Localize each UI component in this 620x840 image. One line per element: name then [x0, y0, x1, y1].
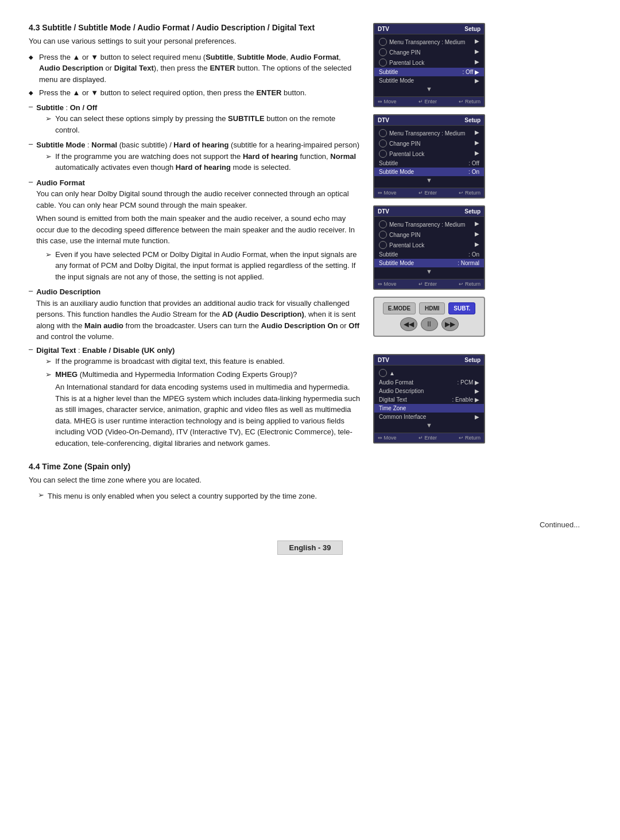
tv-screen-4-header: DTV Setup [374, 355, 484, 365]
bullet-item-2: Press the ▲ or ▼ button to select requir… [29, 87, 362, 99]
pause-button[interactable]: II [421, 317, 438, 331]
tv-screen-2-header: DTV Setup [374, 115, 484, 126]
section-4-3: 4.3 Subtitle / Subtitle Mode / Audio For… [29, 23, 362, 450]
tv3-row-2: Change PIN ▶ [374, 230, 484, 240]
tv-screen-4: DTV Setup ▲ Audio Format : PCM ▶ Audio D… [373, 354, 485, 444]
remote-top-row: E.MODE HDMI SUBT. [378, 302, 480, 314]
bullet-list: Press the ▲ or ▼ button to select requir… [29, 52, 362, 99]
tv2-row-2: Change PIN ▶ [374, 138, 484, 149]
emode-button[interactable]: E.MODE [383, 302, 416, 314]
remote-nav-row: ◀◀ II ▶▶ [378, 317, 480, 331]
hdmi-button[interactable]: HDMI [419, 302, 445, 314]
section-4-4: 4.4 Time Zone (Spain only) You can selec… [29, 462, 362, 501]
audio-description-para: This is an auxiliary audio function that… [36, 298, 362, 343]
fastforward-button[interactable]: ▶▶ [441, 317, 459, 331]
section-4-4-intro: You can select the time zone where you a… [29, 475, 362, 486]
tv-screen-3-header: DTV Setup [374, 207, 484, 217]
subtitle-mode-arrow-1: ➢ If the programme you are watching does… [36, 151, 362, 173]
section-4-3-heading: 4.3 Subtitle / Subtitle Mode / Audio For… [29, 23, 362, 32]
digital-text-section: – Digital Text : Enable / Disable (UK on… [29, 345, 362, 451]
page-number: English - 39 [277, 540, 343, 555]
tv2-row-5: Subtitle Mode : On [374, 168, 484, 176]
continued-text: Continued... [540, 520, 591, 529]
bullet-item-1: Press the ▲ or ▼ button to select requir… [29, 52, 362, 85]
section-4-3-intro: You can use various settings to suit you… [29, 36, 362, 47]
tv4-row-5: Common Interface ▶ [374, 413, 484, 421]
audio-format-arrow: ➢ Even if you have selected PCM or Dolby… [36, 249, 362, 283]
section-4-4-heading: 4.4 Time Zone (Spain only) [29, 462, 362, 471]
subtitle-on-off-section: – Subtitle : On / Off ➢ You can select t… [29, 102, 362, 138]
tv2-row-3: Parental Lock ▶ [374, 149, 484, 159]
right-column: DTV Setup Menu Transparency : Medium ▶ C… [373, 23, 488, 503]
subtitle-mode-section: – Subtitle Mode : Normal (basic subtitle… [29, 139, 362, 175]
tv2-row-4: Subtitle : Off [374, 159, 484, 168]
tv3-row-4: Subtitle : On [374, 250, 484, 259]
tv3-row-1: Menu Transparency : Medium ▶ [374, 219, 484, 230]
audio-format-section: – Audio Format You can only hear Dolby D… [29, 177, 362, 285]
tv-screen-4-footer: ⇔ Move↵ Enter↩ Return [374, 433, 484, 442]
tv3-row-3: Parental Lock ▶ [374, 240, 484, 250]
tv-screen-2: DTV Setup Menu Transparency : Medium ▶ C… [373, 114, 485, 199]
tv-screen-2-footer: ⇔ Move↵ Enter↩ Return [374, 188, 484, 197]
time-zone-arrow: ➢ This menu is only enabled when you sel… [29, 491, 362, 502]
tv-screen-1-footer: ⇔ Move↵ Enter↩ Return [374, 96, 484, 106]
audio-description-section: – Audio Description This is an auxiliary… [29, 286, 362, 343]
digital-text-arrow-1: ➢ If the programme is broadcast with dig… [36, 356, 362, 367]
tv2-row-1: Menu Transparency : Medium ▶ [374, 128, 484, 138]
tv1-row-3: Parental Lock ▶ [374, 57, 484, 68]
tv-screen-1: DTV Setup Menu Transparency : Medium ▶ C… [373, 23, 485, 107]
tv4-row-4: Time Zone [374, 404, 484, 413]
subtitle-arrow-1: ➢ You can select these options simply by… [36, 113, 362, 135]
tv1-row-5: Subtitle Mode ▶ [374, 76, 484, 85]
tv1-row-1: Menu Transparency : Medium ▶ [374, 37, 484, 47]
tv-screen-3-footer: ⇔ Move↵ Enter↩ Return [374, 279, 484, 289]
tv-screen-1-header: DTV Setup [374, 24, 484, 34]
digital-text-arrow-2: ➢ MHEG (Multimedia and Hypermedia Inform… [36, 369, 362, 449]
rewind-button[interactable]: ◀◀ [400, 317, 417, 331]
tv1-row-2: Change PIN ▶ [374, 47, 484, 57]
tv4-row-2: Audio Description ▶ [374, 387, 484, 395]
subt-button[interactable]: SUBT. [448, 302, 475, 314]
tv4-row-3: Digital Text : Enable ▶ [374, 395, 484, 404]
page-bottom: Continued... English - 39 [29, 520, 591, 555]
tv3-row-5: Subtitle Mode : Normal [374, 259, 484, 267]
tv1-row-4: Subtitle : Off ▶ [374, 68, 484, 76]
tv4-row-1: Audio Format : PCM ▶ [374, 378, 484, 387]
audio-format-para1: You can only hear Dolby Digital sound th… [36, 188, 362, 211]
tv4-row-0: ▲ [374, 368, 484, 378]
remote-control: E.MODE HDMI SUBT. ◀◀ II ▶▶ [373, 297, 485, 337]
tv-screen-3: DTV Setup Menu Transparency : Medium ▶ C… [373, 205, 485, 290]
audio-format-para2: When sound is emitted from both the main… [36, 213, 362, 247]
